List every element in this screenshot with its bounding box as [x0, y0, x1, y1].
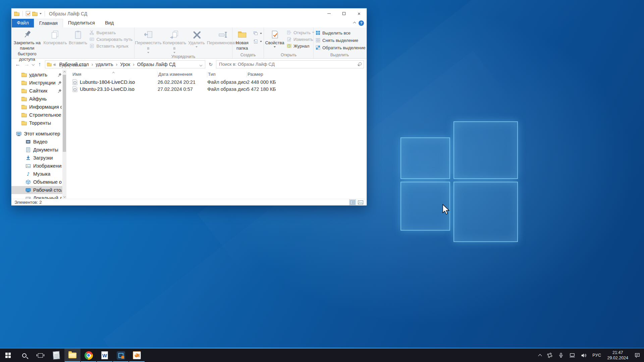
- windows-start-icon: [5, 353, 11, 358]
- tab-home[interactable]: Главная: [34, 19, 63, 27]
- sidebar-item-video[interactable]: Видео: [11, 138, 66, 146]
- history-button[interactable]: Журнал: [286, 43, 314, 49]
- up-button[interactable]: ↑: [36, 61, 43, 67]
- tray-recorder-button[interactable]: [544, 349, 555, 362]
- address-dropdown-icon[interactable]: [198, 62, 204, 67]
- dropdown-icon: [147, 52, 149, 53]
- minimize-button[interactable]: [321, 8, 336, 19]
- details-view-button[interactable]: [349, 199, 356, 205]
- breadcrumb[interactable]: « Рабочий стол › удалить › Урок › Образы…: [45, 60, 205, 68]
- qat-customize-icon[interactable]: [40, 13, 42, 14]
- sidebar-item-music[interactable]: ♪ Музыка: [11, 170, 66, 178]
- close-button[interactable]: ×: [352, 8, 367, 19]
- tray-network-button[interactable]: [567, 349, 578, 362]
- select-none-button[interactable]: Снять выделение: [315, 38, 365, 43]
- breadcrumb-separator-icon[interactable]: ›: [116, 62, 118, 67]
- easy-access-button[interactable]: [253, 39, 262, 44]
- task-view-button[interactable]: [32, 349, 48, 362]
- file-row[interactable]: Ubuntu-23.10-LiveCD.iso 27.02.2024 0:57 …: [72, 85, 367, 93]
- windows-logo-pane: [453, 182, 518, 242]
- thumbnail-view-button[interactable]: [357, 199, 364, 205]
- tray-microphone-button[interactable]: [556, 349, 566, 362]
- search-input[interactable]: [216, 60, 364, 68]
- taskbar-app-explorer[interactable]: [64, 349, 80, 362]
- collapse-ribbon-icon[interactable]: [353, 22, 356, 24]
- maximize-button[interactable]: [336, 8, 352, 19]
- sidebar-scrollbar[interactable]: [62, 70, 66, 199]
- sidebar-item[interactable]: удалить: [11, 71, 66, 79]
- breadcrumb-item[interactable]: Рабочий стол: [57, 62, 91, 67]
- forward-button[interactable]: →: [23, 61, 31, 67]
- qat-new-folder-button[interactable]: [32, 12, 38, 16]
- taskbar-app-notepad[interactable]: [48, 349, 64, 362]
- copy-path-button[interactable]: Скопировать путь: [89, 37, 132, 42]
- system-tray: РУС 21:47 29.02.2024: [536, 349, 644, 362]
- sidebar-item-3d-objects[interactable]: Объемные объ: [11, 178, 66, 186]
- cut-button[interactable]: Вырезать: [89, 30, 132, 35]
- paste-shortcut-button[interactable]: Вставить ярлык: [89, 43, 132, 49]
- scrollbar-thumb[interactable]: [63, 75, 66, 152]
- move-to-button[interactable]: Переместить в: [135, 28, 162, 54]
- new-item-button[interactable]: [253, 31, 262, 36]
- breadcrumb-item[interactable]: Урок: [118, 62, 132, 67]
- scroll-up-button[interactable]: [62, 70, 66, 74]
- paste-button[interactable]: Вставить: [68, 28, 88, 46]
- copy-button[interactable]: Копировать: [42, 28, 68, 46]
- copy-to-button[interactable]: Копировать в: [162, 28, 187, 54]
- breadcrumb-item[interactable]: Образы Лайф СД: [135, 62, 177, 67]
- select-all-button[interactable]: Выделить все: [315, 30, 365, 36]
- refresh-button[interactable]: ↻: [207, 60, 214, 68]
- properties-button[interactable]: Свойства: [264, 28, 285, 48]
- sidebar-item-documents[interactable]: Документы: [11, 146, 66, 154]
- sidebar-item[interactable]: Информация о: [11, 103, 66, 111]
- taskbar-app-vmware[interactable]: [113, 349, 129, 362]
- sidebar-item[interactable]: Айфунь: [11, 95, 66, 103]
- pin-to-quick-access-button[interactable]: Закрепить на панели быстрого доступа: [12, 28, 42, 63]
- taskbar-app-powerpoint[interactable]: [129, 349, 145, 362]
- sidebar-item-desktop[interactable]: Рабочий стол: [11, 186, 66, 194]
- sidebar-item-pictures[interactable]: Изображения: [11, 162, 66, 170]
- tab-view[interactable]: Вид: [100, 19, 119, 27]
- edit-button[interactable]: Изменить: [286, 37, 314, 42]
- help-button[interactable]: ?: [359, 20, 364, 26]
- breadcrumb-separator-icon[interactable]: ›: [91, 62, 94, 67]
- back-button[interactable]: ←: [14, 61, 21, 67]
- network-icon: [569, 353, 575, 358]
- breadcrumb-separator-icon[interactable]: ›: [132, 62, 135, 67]
- tray-expand-button[interactable]: [536, 349, 544, 362]
- sidebar-item-downloads[interactable]: Загрузки: [11, 154, 66, 162]
- chevron-up-icon: [538, 354, 542, 358]
- invert-selection-button[interactable]: Обратить выделение: [315, 45, 365, 50]
- sidebar-item[interactable]: Торренты: [11, 119, 66, 127]
- taskbar-app-chrome[interactable]: [80, 349, 97, 362]
- sidebar-item[interactable]: Строительное д: [11, 111, 66, 119]
- sidebar-item[interactable]: Сайткик: [11, 87, 66, 95]
- taskbar-search-button[interactable]: [16, 349, 32, 362]
- column-header-name[interactable]: Имя: [72, 71, 158, 77]
- column-header-date[interactable]: Дата изменения: [158, 71, 207, 77]
- collapsed-path-icon[interactable]: «: [52, 62, 57, 67]
- sidebar-item-this-pc[interactable]: Этот компьютер: [11, 130, 66, 138]
- column-header-type[interactable]: Тип: [207, 71, 247, 77]
- action-center-button[interactable]: [632, 349, 643, 362]
- breadcrumb-item[interactable]: удалить: [94, 62, 115, 67]
- sidebar-item-local-disk[interactable]: Локальный дис: [11, 194, 66, 199]
- file-row[interactable]: Lubuntu-1804-LiveCD.iso 26.02.2024 20:21…: [72, 78, 367, 85]
- address-bar: ← → ↑ « Рабочий стол › удалить › Урок › …: [11, 59, 367, 70]
- details-view-icon: [350, 200, 355, 204]
- new-folder-button[interactable]: Новая папка: [233, 28, 252, 52]
- tray-volume-button[interactable]: [578, 349, 589, 362]
- tab-file[interactable]: Файл: [12, 19, 34, 27]
- scroll-down-button[interactable]: [62, 194, 66, 199]
- open-button[interactable]: Открыть: [286, 30, 314, 35]
- column-header-size[interactable]: Размер: [247, 71, 297, 77]
- taskbar-app-word[interactable]: W: [97, 349, 113, 362]
- delete-button[interactable]: Удалить: [187, 28, 206, 48]
- taskbar-clock[interactable]: 21:47 29.02.2024: [604, 349, 631, 362]
- language-indicator[interactable]: РУС: [590, 349, 603, 362]
- tab-share[interactable]: Поделиться: [63, 19, 100, 27]
- delete-icon: [192, 29, 202, 40]
- sidebar-item[interactable]: Инструкции: [11, 79, 66, 87]
- qat-properties-button[interactable]: [26, 11, 30, 16]
- start-button[interactable]: [0, 349, 16, 362]
